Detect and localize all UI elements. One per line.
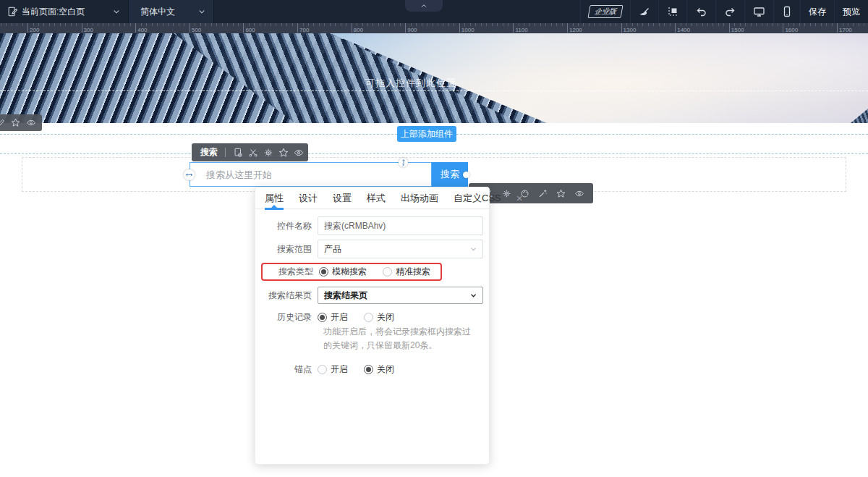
page-edit-icon — [7, 7, 17, 17]
redo-button[interactable] — [715, 0, 744, 23]
field-anchor: 锚点 开启 关闭 — [261, 363, 483, 376]
field-result-page: 搜索结果页 搜索结果页 — [261, 287, 483, 304]
widget-toolbar: 搜索 — [192, 143, 308, 161]
result-page-label: 搜索结果页 — [261, 290, 312, 302]
gear-icon[interactable] — [502, 189, 511, 198]
anchor-label: 锚点 — [261, 363, 312, 376]
language-dropdown[interactable]: 简体中文 — [129, 0, 214, 23]
desktop-view-button[interactable] — [744, 0, 773, 23]
widget-name-label: 控件名称 — [261, 220, 312, 232]
current-page-label: 当前页面:空白页 — [22, 6, 106, 18]
dropzone-hint: 可拖入控件到此位置 — [353, 77, 469, 90]
widget-settings-panel: 属性 设计 设置 样式 出场动画 自定义CSS × 控件名称 搜索范围 产品 — [255, 187, 490, 465]
radio-anchor-off-label: 关闭 — [377, 363, 394, 376]
chevron-down-icon — [112, 7, 121, 16]
pen-icon[interactable] — [0, 119, 5, 127]
undo-icon — [695, 6, 707, 17]
building-image — [851, 109, 868, 123]
divider — [225, 148, 226, 157]
add-top-component-button[interactable]: 上部添加组件 — [397, 126, 456, 142]
resize-vertical-handle[interactable] — [399, 158, 408, 167]
tab-properties[interactable]: 属性 — [265, 187, 284, 209]
star-icon[interactable] — [276, 148, 291, 158]
star-icon[interactable] — [556, 189, 566, 198]
snap-guide-icon — [667, 6, 678, 17]
radio-icon — [318, 313, 327, 322]
redo-icon — [724, 6, 736, 17]
topbar: 当前页面:空白页 简体中文 企业版 — [0, 0, 868, 23]
radio-icon — [364, 313, 373, 322]
magic-wand-icon[interactable] — [538, 189, 548, 198]
widget-name-input[interactable] — [324, 221, 477, 231]
radio-anchor-off[interactable]: 关闭 — [364, 363, 394, 376]
radio-fuzzy-label: 模糊搜索 — [332, 266, 367, 278]
field-search-scope: 搜索范围 产品 — [261, 240, 483, 258]
panel-body: 控件名称 搜索范围 产品 搜索类型 模糊搜索 — [255, 209, 489, 376]
radio-anchor-on[interactable]: 开启 — [318, 363, 348, 376]
resize-right-handle[interactable] — [463, 172, 469, 178]
chevron-down-icon — [469, 245, 477, 253]
editor-stage: 当前页面:空白页 简体中文 企业版 — [0, 0, 868, 477]
collapse-toolbar-tab[interactable] — [405, 0, 443, 12]
eye-icon[interactable] — [26, 118, 36, 127]
gear-icon[interactable] — [260, 148, 276, 158]
radio-icon — [318, 365, 327, 374]
duplicate-icon[interactable] — [230, 148, 245, 158]
tab-style[interactable]: 样式 — [367, 187, 386, 209]
radio-icon — [364, 365, 373, 374]
panel-tabs: 属性 设计 设置 样式 出场动画 自定义CSS × — [255, 187, 489, 209]
search-input[interactable] — [190, 162, 432, 187]
banner-toolbar — [0, 114, 42, 131]
eye-icon[interactable] — [291, 148, 306, 158]
radio-exact-search[interactable]: 精准搜索 — [383, 266, 430, 278]
preview-button[interactable]: 预览 — [834, 0, 868, 23]
scissors-icon[interactable] — [245, 148, 260, 158]
radio-anchor-on-label: 开启 — [331, 363, 348, 376]
radio-icon — [319, 267, 328, 277]
tab-custom-css[interactable]: 自定义CSS — [454, 187, 501, 209]
topbar-left: 当前页面:空白页 简体中文 — [0, 0, 214, 23]
close-icon[interactable]: × — [516, 187, 523, 209]
section-divider-line — [0, 153, 868, 154]
search-type-highlight-box: 搜索类型 模糊搜索 精准搜索 — [261, 263, 442, 281]
result-page-select[interactable]: 搜索结果页 — [318, 287, 483, 304]
field-history: 历史记录 开启 关闭 — [261, 311, 483, 324]
tab-design[interactable]: 设计 — [299, 187, 318, 209]
radio-history-on[interactable]: 开启 — [318, 311, 348, 324]
radio-history-on-label: 开启 — [331, 311, 348, 324]
monitor-icon — [753, 6, 765, 17]
resize-horizontal-handle[interactable] — [184, 169, 195, 180]
widget-name-input-wrap — [318, 216, 483, 235]
search-scope-label: 搜索范围 — [261, 243, 312, 256]
save-button[interactable]: 保存 — [800, 0, 834, 23]
phone-icon — [782, 6, 792, 17]
eye-icon[interactable] — [574, 189, 584, 198]
clear-canvas-button[interactable] — [630, 0, 658, 23]
search-scope-value: 产品 — [324, 243, 341, 256]
search-widget[interactable]: 搜索 — [190, 162, 468, 187]
radio-history-off-label: 关闭 — [377, 311, 394, 324]
current-page-dropdown[interactable]: 当前页面:空白页 — [0, 0, 129, 23]
radio-fuzzy-search[interactable]: 模糊搜索 — [319, 266, 367, 278]
tab-entrance-animation[interactable]: 出场动画 — [401, 187, 438, 209]
star-icon[interactable] — [11, 118, 20, 127]
radio-exact-label: 精准搜索 — [396, 266, 430, 278]
dropzone-guide-line — [0, 90, 868, 91]
search-type-label: 搜索类型 — [263, 266, 313, 278]
tab-settings[interactable]: 设置 — [333, 187, 352, 209]
radio-icon — [383, 267, 392, 277]
search-scope-select[interactable]: 产品 — [318, 240, 483, 258]
plan-badge: 企业版 — [580, 0, 630, 23]
ruler: 2003004005006007008009001000110012001300… — [0, 23, 868, 33]
collapse-icon — [420, 2, 428, 9]
broom-icon — [639, 6, 650, 17]
hero-banner[interactable]: 可拖入控件到此位置 — [0, 33, 868, 123]
mobile-view-button[interactable] — [773, 0, 800, 23]
resize-vertical-icon — [400, 159, 407, 166]
history-label: 历史记录 — [261, 311, 312, 324]
radio-history-off[interactable]: 关闭 — [364, 311, 394, 324]
snap-guide-button[interactable] — [658, 0, 686, 23]
result-page-value: 搜索结果页 — [324, 290, 367, 302]
undo-button[interactable] — [686, 0, 715, 23]
history-help-text: 功能开启后，将会记录搜索框内搜索过的关键词，只保留最新20条。 — [323, 325, 473, 352]
